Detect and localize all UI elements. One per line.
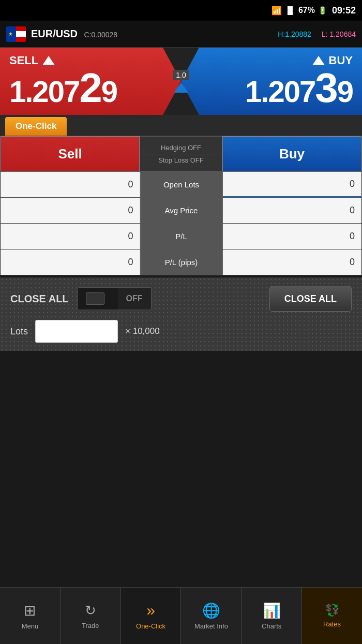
sell-price-end: 9	[101, 77, 117, 107]
sell-price: 1.20729	[9, 67, 172, 109]
spread-display: 1.0	[173, 70, 189, 80]
avg-price-label-center: Avg Price	[140, 198, 223, 223]
buy-price-big: 3	[315, 67, 337, 109]
open-lots-row: 0 Open Lots 0	[1, 171, 361, 197]
buy-action-label: Buy	[279, 146, 305, 162]
low-value: L: 1.20684	[322, 30, 356, 38]
close-all-row1: CLOSE ALL OFF CLOSE ALL	[10, 286, 352, 312]
sell-price-big: 2	[79, 67, 101, 109]
spread-center: 1.0	[173, 70, 189, 93]
oneclick-tab-label: One-Click	[16, 121, 56, 131]
oneclick-tab[interactable]: One-Click	[5, 117, 67, 136]
pl-label-center: P/L	[140, 224, 223, 249]
pl-pips-sell-value: 0	[1, 250, 140, 275]
flag-icon: ★	[6, 26, 26, 42]
avg-price-row: 0 Avg Price 0	[1, 197, 361, 223]
nav-item-menu[interactable]: ⊞ Menu	[0, 588, 61, 644]
pl-pips-buy-value: 0	[223, 250, 362, 275]
market-info-icon: 🌐	[202, 602, 220, 619]
nav-label-oneclick: One-Click	[136, 622, 165, 630]
status-bar: 📶 ▐▌ 67% 🔋 09:52	[0, 0, 362, 21]
oneclick-tab-container: One-Click	[0, 115, 362, 136]
close-all-button[interactable]: CLOSE ALL	[269, 286, 352, 312]
pair-hl: H:1.20882 L: 1.20684	[278, 30, 356, 38]
sell-action-button[interactable]: Sell	[1, 136, 140, 171]
sell-arrow-up-icon	[42, 56, 55, 65]
toggle-off-label: OFF	[118, 288, 151, 310]
lots-multiplier-label: × 10,000	[125, 326, 160, 336]
charts-icon: 📊	[263, 602, 281, 619]
pl-buy-value: 0	[223, 224, 362, 249]
nav-label-market-info: Market Info	[194, 622, 228, 630]
buy-price-end: 9	[337, 77, 353, 107]
nav-item-charts[interactable]: 📊 Charts	[242, 588, 302, 644]
lots-text-label: Lots	[10, 326, 28, 337]
close-all-toggle[interactable]: OFF	[77, 287, 152, 310]
trading-panel: Sell Hedging OFF Stop Loss OFF Buy 0 Ope…	[0, 136, 362, 275]
time-display: 09:52	[332, 5, 356, 16]
nav-item-rates[interactable]: 💱 Rates	[302, 588, 362, 644]
middle-options: Hedging OFF Stop Loss OFF	[140, 136, 222, 171]
nav-label-menu: Menu	[22, 622, 39, 630]
spread-value: C:0.00028	[84, 31, 117, 39]
buy-price-button[interactable]: BUY 1.20739	[181, 48, 362, 115]
rates-icon: 💱	[325, 604, 339, 617]
menu-icon: ⊞	[24, 602, 36, 619]
buy-arrow-up-icon	[312, 56, 325, 65]
nav-item-trade[interactable]: ↻ Trade	[61, 588, 121, 644]
open-lots-buy-value: 0	[223, 172, 362, 197]
battery-icon: 🔋	[318, 6, 327, 14]
stop-loss-label: Stop Loss OFF	[140, 154, 222, 166]
pl-sell-value: 0	[1, 224, 140, 249]
buy-action-button[interactable]: Buy	[222, 136, 361, 171]
wifi-icon: 📶	[272, 6, 282, 16]
buy-price-main: 1.207	[245, 77, 315, 107]
close-all-panel: CLOSE ALL OFF CLOSE ALL Lots × 10,000	[0, 277, 362, 351]
signal-icon: ▐▌	[285, 6, 295, 14]
high-value: H:1.20882	[278, 30, 311, 38]
buy-price: 1.20739	[245, 67, 353, 109]
trade-icon: ↻	[85, 603, 96, 619]
nav-item-oneclick[interactable]: » One-Click	[121, 588, 182, 644]
pl-row: 0 P/L 0	[1, 223, 361, 249]
nav-label-charts: Charts	[262, 622, 281, 630]
nav-item-market-info[interactable]: 🌐 Market Info	[181, 588, 242, 644]
avg-price-buy-value: 0	[223, 198, 362, 223]
close-all-row2: Lots × 10,000	[10, 320, 352, 343]
bottom-navigation: ⊞ Menu ↻ Trade » One-Click 🌐 Market Info…	[0, 587, 362, 644]
hedging-label: Hedging OFF	[140, 142, 222, 154]
nav-label-rates: Rates	[323, 620, 341, 628]
action-row: Sell Hedging OFF Stop Loss OFF Buy	[1, 136, 361, 171]
header-bar: ★ EUR/USD C:0.00028 H:1.20882 L: 1.20684	[0, 21, 362, 48]
pl-pips-row: 0 P/L (pips) 0	[1, 249, 361, 275]
sell-price-main: 1.207	[9, 77, 79, 107]
open-lots-sell-value: 0	[1, 172, 140, 197]
pair-name: EUR/USD	[31, 28, 78, 39]
status-icons: 📶 ▐▌ 67% 🔋 09:52	[272, 5, 356, 16]
lots-input[interactable]	[35, 320, 118, 343]
pair-name-container: EUR/USD C:0.00028	[31, 28, 117, 40]
avg-price-sell-value: 0	[1, 198, 140, 223]
open-lots-label-center: Open Lots	[140, 172, 223, 197]
close-all-text-label: CLOSE ALL	[10, 293, 69, 305]
price-area: SELL 1.20729 1.0 BUY 1.20739	[0, 48, 362, 115]
sell-price-button[interactable]: SELL 1.20729	[0, 48, 181, 115]
spread-arrow-up-icon	[174, 82, 188, 93]
pl-pips-label-center: P/L (pips)	[140, 250, 223, 275]
toggle-knob	[78, 288, 118, 310]
oneclick-icon: »	[146, 602, 155, 619]
sell-action-label: Sell	[58, 146, 82, 162]
nav-label-trade: Trade	[82, 622, 99, 630]
battery-percent: 67%	[298, 6, 315, 15]
